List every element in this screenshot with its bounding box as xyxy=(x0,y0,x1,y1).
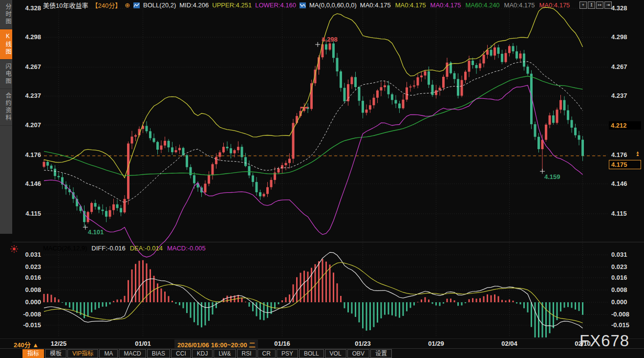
axis-tick-label: 4.115 xyxy=(25,210,41,217)
boll-chart-icon xyxy=(133,2,140,8)
candles-layer xyxy=(43,37,584,227)
instrument-title: 美债10年收益率 xyxy=(43,0,88,10)
toolbar-button[interactable]: 设置 xyxy=(370,349,392,358)
axis-tick-label: 4.328 xyxy=(611,4,627,12)
reference-price-box: 4.212 xyxy=(609,121,641,130)
toolbar-button[interactable]: RSI xyxy=(237,349,257,358)
toolbar-button[interactable]: 指标 xyxy=(22,349,44,358)
axis-tick-label: 0.000 xyxy=(611,298,627,306)
toolbar-button[interactable]: PSY xyxy=(277,349,298,358)
axis-tick-label: 0.031 xyxy=(611,251,627,258)
axis-tick-label: -0.008 xyxy=(23,311,41,318)
ma-chart-icon xyxy=(300,2,306,8)
sidebar-item[interactable]: 合约资料 xyxy=(0,89,12,126)
axis-tick-label: 0.008 xyxy=(25,286,41,293)
date-tick-label: 01/23 xyxy=(348,340,378,347)
ma-values: MA0:4.175MA0:4.175MA0:4.175MA60:4.240MA0… xyxy=(360,1,570,9)
toolbar-button[interactable]: CCI xyxy=(171,349,191,358)
macd-diff-line xyxy=(44,252,583,328)
toolbar-button[interactable]: 模板 xyxy=(45,349,66,358)
price-annotation: 4.298 xyxy=(322,36,338,43)
sidebar-item[interactable]: K线图 xyxy=(0,29,12,60)
boll-mid: MID:4.206 xyxy=(179,1,209,9)
axis-tick-label: 4.207 xyxy=(25,121,41,129)
alarm-icon[interactable] xyxy=(10,245,18,253)
axis-tick-label: -0.015 xyxy=(611,321,629,329)
date-tick-label: 12/25 xyxy=(44,340,73,347)
toolbar-button[interactable]: KDJ xyxy=(192,349,213,358)
toolbar-button[interactable]: LW& xyxy=(214,349,236,358)
macd-diff-value: DIFF:-0.016 xyxy=(91,245,125,252)
settings-icon[interactable]: ⊕ xyxy=(125,1,130,9)
axis-tick-label: -0.008 xyxy=(611,311,629,318)
axis-tick-label: 4.267 xyxy=(25,63,41,70)
chart-app: 4.3284.3284.2984.2984.2674.2674.2374.237… xyxy=(0,0,644,358)
close-pane-icon[interactable]: ⇥ xyxy=(604,1,612,9)
axis-tick-label: 4.267 xyxy=(611,63,627,70)
date-tick-label: 01/29 xyxy=(422,340,451,347)
ma-name: MA(0,0,0,60,0,0) xyxy=(309,1,357,9)
axis-tick-label: 0.016 xyxy=(25,274,41,281)
axis-tick-label: 0.000 xyxy=(25,298,41,306)
toolbar-button[interactable]: CR xyxy=(258,349,276,358)
sidebar-item[interactable]: 分时图 xyxy=(0,0,12,29)
toolbar-button[interactable]: VOL xyxy=(325,349,346,358)
price-annotation: 4.159 xyxy=(544,173,560,180)
boll-lower-line xyxy=(44,85,583,257)
axis-tick-label: 4.176 xyxy=(25,151,41,158)
price-arrow-marker: ▲▲ xyxy=(636,151,640,156)
ma-value: MA60:4.240 xyxy=(465,1,499,9)
period-label[interactable]: 【240分】 xyxy=(91,0,121,10)
chart-header: 美债10年收益率 【240分】 ⊕ BOLL(20,2) MID:4.206 U… xyxy=(43,1,570,9)
axis-tick-label: 0.008 xyxy=(611,286,627,293)
ma-value: MA0:4.175 xyxy=(539,1,570,9)
ma60-line xyxy=(44,76,583,176)
move-icon[interactable]: + xyxy=(580,1,587,9)
price-annotation: 4.101 xyxy=(88,228,104,236)
axis-tick-label: 4.298 xyxy=(25,33,41,41)
sidebar: 分时图K线图闪电图合约资料 xyxy=(0,0,12,234)
axis-tick-label: 4.298 xyxy=(611,33,627,41)
axis-tick-label: 4.146 xyxy=(25,180,41,187)
window-controls: +↥↦⇥ xyxy=(580,1,612,9)
sidebar-item[interactable]: 闪电图 xyxy=(0,60,12,89)
toolbar-button[interactable]: BIAS xyxy=(147,349,170,358)
date-tick-label: 02/04 xyxy=(495,340,524,347)
macd-name: MACD(26,12,9) xyxy=(43,245,87,252)
toolbar-button[interactable]: MACD xyxy=(119,349,146,358)
macd-dea-value: DEA:-0.014 xyxy=(130,245,163,252)
axis-tick-label: 4.176 xyxy=(611,151,627,158)
next-pane-icon[interactable]: ↦ xyxy=(596,1,603,9)
axis-tick-label: 0.016 xyxy=(611,274,627,281)
toolbar-button[interactable]: VIP指标 xyxy=(67,349,98,358)
time-axis: 240分 ▲ 2026/01/06 16:00~20:00 二 12/2501/… xyxy=(0,338,644,349)
toolbar-button[interactable]: BOLL xyxy=(299,349,324,358)
boll-name: BOLL(20,2) xyxy=(143,1,176,9)
axis-tick-label: 4.237 xyxy=(611,92,627,99)
watermark: FX678 xyxy=(580,332,629,350)
axis-tick-label: 4.115 xyxy=(611,210,627,217)
macd-histogram xyxy=(43,259,584,337)
axis-tick-label: 0.023 xyxy=(611,263,627,270)
ma-value: MA0:4.175 xyxy=(430,1,461,9)
date-tick-label: 01/01 xyxy=(129,340,158,347)
toolbar-button[interactable]: MA xyxy=(99,349,118,358)
ma-value: MA0:4.175 xyxy=(360,1,391,9)
axis-tick-label: 0.023 xyxy=(25,263,41,270)
ma-value: MA0:4.175 xyxy=(395,1,426,9)
toolbar-button[interactable]: OBV xyxy=(347,349,369,358)
boll-lower: LOWER:4.160 xyxy=(255,1,296,9)
axis-tick-label: 4.328 xyxy=(25,4,41,12)
current-price-box: 4.175 xyxy=(609,160,641,169)
candlestick-chart[interactable]: 4.3284.3284.2984.2984.2674.2674.2374.237… xyxy=(0,0,644,338)
ma-value: MA0:4.175 xyxy=(504,1,535,9)
zoom-axis-icon[interactable]: ↥ xyxy=(588,1,595,9)
boll-upper: UPPER:4.251 xyxy=(212,1,252,9)
macd-hist-value: MACD:-0.005 xyxy=(167,245,206,252)
indicator-toolbar: 指标模板VIP指标MAMACDBIASCCIKDJLW&RSICRPSYBOLL… xyxy=(0,348,644,358)
axis-tick-label: 4.237 xyxy=(25,92,41,99)
axis-tick-label: -0.015 xyxy=(23,321,41,329)
axis-tick-label: 0.031 xyxy=(25,251,41,258)
macd-readout: MACD(26,12,9) DIFF:-0.016 DEA:-0.014 MAC… xyxy=(43,245,206,252)
date-tick-label: 01/16 xyxy=(268,340,297,347)
